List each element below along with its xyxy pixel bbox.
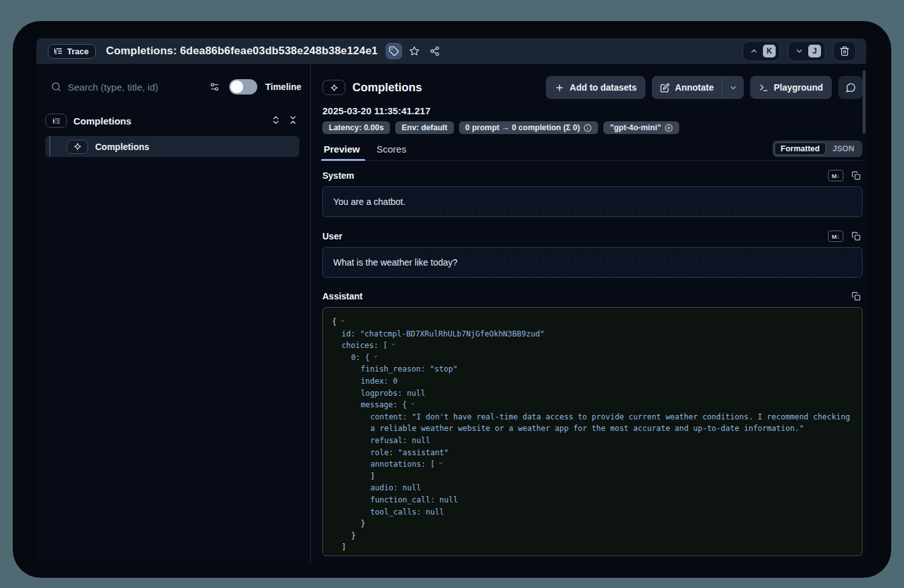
code-line: logprobs: null [323, 388, 854, 400]
expand-all-button[interactable] [271, 115, 282, 126]
search-input[interactable] [68, 82, 201, 93]
tree-root-row[interactable]: Completions [45, 111, 299, 130]
collapse-caret[interactable] [373, 352, 379, 364]
metadata-badges: Latency: 0.00s Env: default 0 prompt → 0… [322, 121, 863, 134]
share-button[interactable] [426, 43, 443, 59]
code-line: 0: { [323, 352, 854, 364]
collapse-caret[interactable] [391, 340, 396, 352]
copy-button[interactable] [850, 290, 863, 303]
tab-preview[interactable]: Preview [322, 144, 361, 160]
bookmark-star-button[interactable] [406, 43, 423, 59]
format-formatted-option[interactable]: Formatted [774, 142, 826, 155]
view-settings-button[interactable] [207, 80, 222, 94]
copy-button[interactable] [850, 169, 863, 182]
code-line: } [323, 530, 854, 542]
assistant-code-viewer[interactable]: {id: "chatcmpl-BD7XRulRhULb7NjGfeOkhN3BB… [322, 307, 863, 556]
app-body: Timeline Completions [36, 64, 866, 562]
app-window: Trace Completions: 6dea86b6feae03db538e2… [13, 21, 891, 578]
playground-label: Playground [774, 82, 823, 93]
collapse-caret[interactable] [410, 399, 416, 411]
tree-child-label: Completions [95, 142, 149, 152]
chevrons-up-down-icon [271, 115, 281, 125]
keyboard-key-k: K [763, 45, 776, 57]
copy-icon [852, 232, 861, 241]
annotate-split-button: Annotate [652, 76, 744, 99]
code-line: { [323, 316, 854, 328]
trace-header-bar: Trace Completions: 6dea86b6feae03db538e2… [36, 38, 866, 64]
markdown-toggle-button[interactable]: M↓ [828, 230, 843, 242]
active-tab-underline [321, 159, 365, 161]
code-line: audio: null [323, 482, 854, 494]
timeline-toggle[interactable] [229, 79, 257, 94]
collapse-caret[interactable] [438, 458, 444, 471]
terminal-icon [759, 83, 769, 93]
code-line: function_call: null [323, 494, 854, 506]
code-line: content: "I don't have real-time data ac… [323, 411, 854, 435]
tree-root-label: Completions [73, 116, 132, 126]
list-tree-icon [52, 117, 61, 125]
plus-icon [555, 83, 564, 93]
code-line: created: 1742470541 [323, 554, 854, 556]
info-icon [584, 124, 592, 132]
comment-bubble-icon [845, 82, 856, 93]
add-to-datasets-button[interactable]: Add to datasets [546, 76, 645, 99]
collapse-caret[interactable] [340, 316, 345, 328]
annotate-label: Annotate [675, 82, 714, 93]
user-label: User [322, 231, 342, 241]
system-section-header: System M↓ [322, 169, 863, 182]
tree-item-completions-selected[interactable]: Completions [45, 136, 299, 157]
trace-type-badge: Trace [48, 44, 96, 59]
tag-button[interactable] [386, 43, 402, 59]
assistant-label: Assistant [322, 291, 363, 301]
generation-node-badge [66, 140, 88, 154]
assistant-json-output: {id: "chatcmpl-BD7XRulRhULb7NjGfeOkhN3BB… [323, 316, 854, 556]
add-to-datasets-label: Add to datasets [569, 82, 637, 93]
system-label: System [322, 170, 354, 181]
tab-scores[interactable]: Scores [375, 144, 408, 160]
copy-icon [852, 171, 861, 180]
format-json-option[interactable]: JSON [826, 142, 861, 155]
token-usage-badge[interactable]: 0 prompt → 0 completion (Σ 0) [459, 121, 599, 134]
code-line: } [323, 518, 854, 530]
copy-icon [852, 292, 861, 301]
trace-tree-sidebar: Timeline Completions [36, 64, 311, 562]
playground-button[interactable]: Playground [750, 76, 832, 99]
plus-circle-icon [665, 124, 673, 132]
collapse-all-button[interactable] [288, 115, 299, 126]
code-line: annotations: [ [323, 458, 854, 471]
observation-header: Completions Add to datasets Annotate [322, 76, 863, 99]
chevron-up-icon [750, 47, 758, 56]
observation-detail-panel: Completions Add to datasets Annotate [311, 64, 866, 562]
prev-trace-button[interactable]: K [742, 41, 780, 61]
generation-badge [322, 80, 345, 95]
annotate-dropdown-button[interactable] [722, 76, 744, 99]
comments-button[interactable] [838, 76, 863, 99]
code-line: refusal: null [323, 435, 854, 447]
code-line: ] [323, 541, 854, 554]
observation-timestamp: 2025-03-20 11:35:41.217 [322, 105, 863, 116]
chevrons-down-up-icon [288, 115, 298, 125]
search-icon [51, 82, 61, 92]
system-message-box: You are a chatbot. [322, 186, 863, 217]
observation-title: Completions [352, 81, 422, 94]
code-line: finish_reason: "stop" [323, 363, 854, 375]
markdown-toggle-button[interactable]: M↓ [828, 170, 843, 181]
environment-badge: Env: default [395, 121, 454, 134]
code-line: id: "chatcmpl-BD7XRulRhULb7NjGfeOkhN3BB9… [323, 328, 854, 340]
trash-icon [840, 46, 850, 56]
share-icon [430, 46, 440, 56]
code-line: role: "assistant" [323, 447, 854, 459]
code-line: tool_calls: null [323, 506, 854, 518]
next-trace-button[interactable]: J [788, 41, 825, 61]
scrollbar-thumb[interactable] [863, 70, 866, 134]
code-line: choices: [ [323, 340, 854, 352]
copy-button[interactable] [850, 230, 863, 243]
chevron-down-icon [795, 47, 804, 56]
delete-trace-button[interactable] [833, 41, 856, 61]
model-badge[interactable]: "gpt-4o-mini" [603, 121, 679, 134]
code-line: index: 0 [323, 375, 854, 388]
sparkle-icon [73, 142, 82, 151]
tag-icon [389, 46, 399, 56]
user-message-box: What is the weather like today? [322, 247, 863, 278]
annotate-button[interactable]: Annotate [652, 76, 722, 99]
